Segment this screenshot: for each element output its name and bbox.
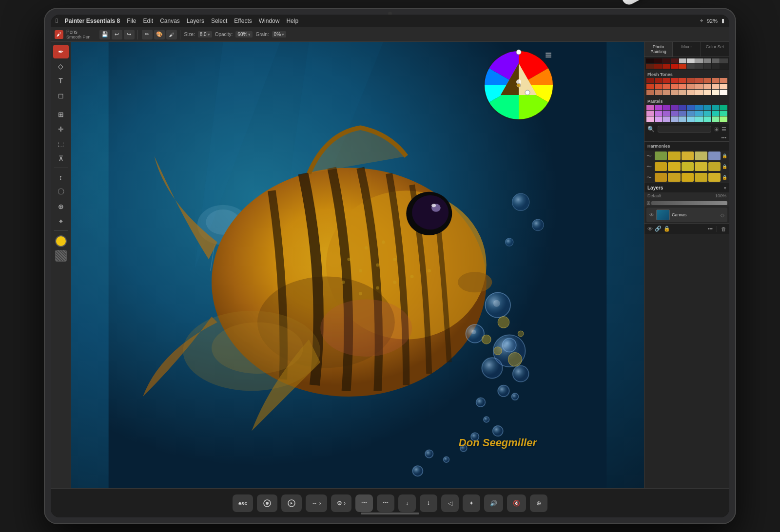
swatch[interactable] xyxy=(712,78,720,83)
text-tool[interactable]: T xyxy=(53,74,69,88)
layers-more-btn[interactable]: ••• xyxy=(707,226,713,231)
swatch[interactable] xyxy=(663,111,670,116)
swatch[interactable] xyxy=(655,111,663,116)
harmony-swatch[interactable] xyxy=(668,152,680,160)
swatch[interactable] xyxy=(695,84,703,89)
swatch[interactable] xyxy=(679,116,687,122)
swatch[interactable] xyxy=(712,90,720,95)
swatch[interactable] xyxy=(695,78,703,83)
grid-icon[interactable]: ⊞ xyxy=(714,126,719,133)
swatch[interactable] xyxy=(655,84,663,89)
star-btn[interactable]: ✦ xyxy=(463,494,480,512)
layers-lock-btn[interactable]: 🔒 xyxy=(663,226,670,232)
swatch[interactable] xyxy=(654,58,662,63)
swatch[interactable] xyxy=(695,64,703,69)
swatch[interactable] xyxy=(703,105,711,110)
list-icon[interactable]: ☰ xyxy=(722,126,726,133)
grid-btn[interactable]: ⚙ › xyxy=(331,494,351,512)
wave-btn-2[interactable]: 〜 xyxy=(377,494,394,512)
color-picker-btn[interactable]: 🎨 xyxy=(154,30,165,39)
search-icon[interactable]: 🔍 xyxy=(647,126,655,133)
display-btn[interactable] xyxy=(257,494,277,512)
swatch[interactable] xyxy=(703,84,711,89)
more-btn[interactable]: ••• xyxy=(721,135,726,140)
swatch[interactable] xyxy=(703,58,711,63)
swatch[interactable] xyxy=(655,78,663,83)
swatch[interactable] xyxy=(720,90,727,95)
lock-icon-3[interactable]: 🔒 xyxy=(722,175,727,180)
color-wheel[interactable] xyxy=(482,49,555,122)
harmony-swatch[interactable] xyxy=(668,173,680,182)
back-btn[interactable]: ◁ xyxy=(441,494,459,512)
down-btn[interactable]: ↓ xyxy=(398,494,416,512)
eraser-tool[interactable]: ◻ xyxy=(53,89,69,102)
swatch[interactable] xyxy=(720,64,728,69)
swatch[interactable] xyxy=(646,105,654,110)
swatch[interactable] xyxy=(720,105,727,110)
tab-color-set[interactable]: Color Set xyxy=(701,42,729,57)
palette-btn[interactable]: 🖌 xyxy=(166,30,177,39)
menu-canvas[interactable]: Canvas xyxy=(160,18,180,24)
swatch[interactable] xyxy=(646,90,654,95)
canvas-area[interactable]: Don Seegmiller xyxy=(71,42,644,488)
swatch[interactable] xyxy=(687,116,695,122)
apple-menu[interactable]:  xyxy=(56,17,58,24)
swatch[interactable] xyxy=(663,78,670,83)
swatch[interactable] xyxy=(720,111,727,116)
canvas-layer[interactable]: 👁 Canvas ◇ xyxy=(646,208,727,222)
swatch[interactable] xyxy=(663,105,670,110)
smear-tool[interactable]: 〇 xyxy=(53,185,69,199)
swatch[interactable] xyxy=(695,105,703,110)
swatch[interactable] xyxy=(720,84,727,89)
harmony-swatch[interactable] xyxy=(695,162,707,171)
menu-window[interactable]: Window xyxy=(259,18,280,24)
swatch[interactable] xyxy=(646,84,654,89)
layer-lock-icon[interactable]: ◇ xyxy=(721,212,724,218)
harmony-swatch[interactable] xyxy=(655,152,667,160)
swatch[interactable] xyxy=(679,84,687,89)
harmony-swatch[interactable] xyxy=(708,152,721,160)
tab-photo-painting[interactable]: Photo Painting xyxy=(644,42,673,57)
opacity-value[interactable]: 60% ▾ xyxy=(235,31,253,38)
swatch[interactable] xyxy=(695,90,703,95)
harmony-swatch[interactable] xyxy=(695,173,707,182)
swatch[interactable] xyxy=(663,58,670,63)
swatch[interactable] xyxy=(646,116,654,122)
wave-btn-1[interactable]: 〜 xyxy=(355,494,373,512)
brush-tool-btn[interactable]: ✏ xyxy=(142,30,153,39)
grain-value[interactable]: 0% ▾ xyxy=(272,31,286,38)
mute-btn[interactable]: 🔇 xyxy=(507,494,526,512)
harmony-swatch[interactable] xyxy=(695,152,707,160)
new-layer-btn[interactable]: ⊞ xyxy=(646,200,650,206)
swatch[interactable] xyxy=(703,64,711,69)
swatch[interactable] xyxy=(687,84,695,89)
delete-layer-btn[interactable]: 🗑 xyxy=(721,226,726,232)
search-input[interactable] xyxy=(658,126,711,133)
swatch[interactable] xyxy=(687,58,695,63)
menu-layers[interactable]: Layers xyxy=(187,18,204,24)
swatch[interactable] xyxy=(655,105,663,110)
action-btn[interactable]: ⊕ xyxy=(530,494,547,512)
fill-tool[interactable]: ◇ xyxy=(53,59,69,73)
harmony-swatch[interactable] xyxy=(682,152,694,160)
undo-btn[interactable]: ↩ xyxy=(112,30,122,39)
swatch[interactable] xyxy=(687,90,695,95)
layers-menu[interactable]: ▾ xyxy=(724,186,726,190)
swatch[interactable] xyxy=(679,90,687,95)
harmony-swatch[interactable] xyxy=(682,173,694,182)
swatch[interactable] xyxy=(712,111,720,116)
harmony-swatch[interactable] xyxy=(655,162,667,171)
menu-file[interactable]: File xyxy=(127,18,136,24)
tab-mixer[interactable]: Mixer xyxy=(673,42,701,57)
transform-tool[interactable]: ⊞ xyxy=(53,108,69,121)
swatch[interactable] xyxy=(646,64,654,69)
swatch[interactable] xyxy=(663,116,670,122)
harmony-swatch[interactable] xyxy=(668,162,680,171)
harmony-swatch[interactable] xyxy=(708,162,721,171)
menu-help[interactable]: Help xyxy=(286,18,298,24)
swatch[interactable] xyxy=(695,58,703,63)
swatch[interactable] xyxy=(695,111,703,116)
move-tool[interactable]: ↕ xyxy=(53,171,69,184)
foreground-color[interactable] xyxy=(55,235,67,247)
swatch[interactable] xyxy=(671,84,679,89)
